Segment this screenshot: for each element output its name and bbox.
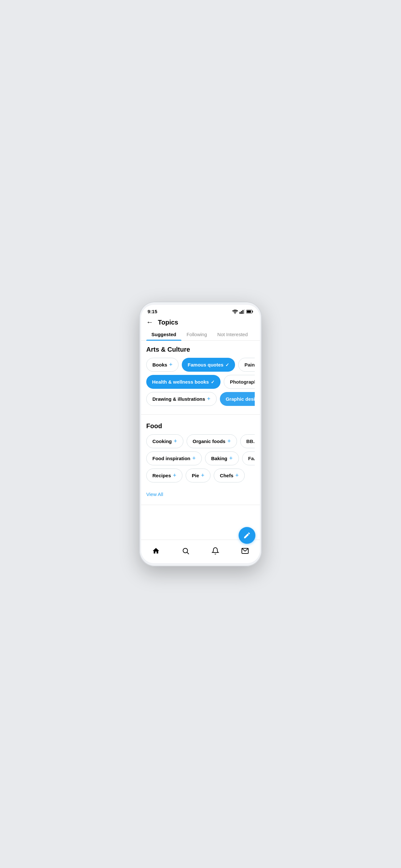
battery-icon: [246, 310, 253, 314]
tag-drawing-illustrations[interactable]: Drawing & illustrations +: [146, 392, 217, 406]
compose-icon: [243, 531, 251, 539]
bottom-nav: [141, 539, 260, 563]
tabs-bar: Suggested Following Not Interested: [141, 328, 260, 341]
tag-bbq[interactable]: BB... +: [240, 434, 255, 448]
tag-chefs[interactable]: Chefs +: [214, 469, 245, 483]
tag-books[interactable]: Books +: [146, 358, 179, 372]
svg-rect-6: [247, 310, 251, 313]
svg-rect-0: [240, 312, 241, 314]
nav-notifications[interactable]: [208, 544, 222, 558]
chefs-plus-icon: +: [235, 472, 239, 479]
phone-screen: 9:15: [141, 305, 260, 563]
cooking-plus-icon: +: [174, 438, 177, 445]
tag-pie[interactable]: Pie +: [186, 469, 211, 483]
famous-quotes-check-icon: ✓: [225, 362, 229, 368]
food-row-1: Cooking + Organic foods + BB... +: [146, 434, 255, 448]
nav-search[interactable]: [179, 544, 193, 558]
signal-icon: [240, 309, 245, 314]
tag-baking[interactable]: Baking +: [205, 452, 239, 465]
tab-not-interested[interactable]: Not Interested: [212, 328, 253, 340]
search-icon: [182, 547, 189, 555]
page-title: Topics: [158, 319, 178, 326]
organic-plus-icon: +: [227, 438, 231, 445]
food-row-2: Food inspiration + Baking + Fa... +: [146, 452, 255, 465]
home-icon: [152, 547, 160, 555]
mail-icon: [241, 547, 249, 555]
section-title-arts: Arts & Culture: [146, 346, 255, 353]
nav-home[interactable]: [149, 544, 163, 558]
divider-2: [141, 505, 260, 505]
svg-point-7: [183, 548, 188, 553]
tag-photography[interactable]: Photography +: [224, 375, 255, 389]
svg-rect-2: [243, 310, 243, 314]
svg-rect-1: [241, 311, 242, 314]
food-row-3: Recipes + Pie + Chefs +: [146, 469, 255, 483]
drawing-plus-icon: +: [207, 396, 211, 402]
pie-plus-icon: +: [201, 472, 205, 479]
tab-suggested[interactable]: Suggested: [146, 328, 181, 340]
recipes-plus-icon: +: [173, 472, 177, 479]
arts-row-2: Health & wellness books ✓ Photography +: [146, 375, 255, 389]
compose-fab[interactable]: [239, 527, 255, 544]
tag-painting[interactable]: Pain... +: [238, 358, 255, 372]
arts-row-1: Books + Famous quotes ✓ Pain... +: [146, 358, 255, 372]
header: ← Topics: [141, 315, 260, 328]
phone-frame: 9:15: [139, 302, 262, 566]
section-food: Food Cooking + Organic foods + BB... +: [141, 417, 260, 488]
arts-row-3: Drawing & illustrations + Graphic desig.…: [146, 392, 255, 406]
nav-messages[interactable]: [238, 544, 252, 558]
wifi-icon: [232, 309, 238, 314]
health-wellness-check-icon: ✓: [211, 379, 215, 384]
status-bar: 9:15: [141, 305, 260, 315]
bell-icon: [212, 547, 219, 555]
status-time: 9:15: [148, 309, 157, 314]
baking-plus-icon: +: [229, 455, 233, 462]
svg-line-8: [187, 553, 189, 554]
tab-following[interactable]: Following: [181, 328, 212, 340]
back-button[interactable]: ←: [146, 318, 153, 327]
books-plus-icon: +: [169, 361, 173, 368]
tag-graphic-design[interactable]: Graphic desig... ✓: [220, 392, 255, 406]
content-area: Arts & Culture Books + Famous quotes ✓ P…: [141, 341, 260, 539]
view-all-food[interactable]: View All: [141, 488, 260, 502]
tag-health-wellness-books[interactable]: Health & wellness books ✓: [146, 375, 220, 389]
svg-rect-5: [252, 311, 253, 312]
tag-famous-quotes[interactable]: Famous quotes ✓: [182, 358, 235, 372]
tag-organic-foods[interactable]: Organic foods +: [187, 434, 237, 448]
status-icons: [232, 309, 253, 314]
food-inspiration-plus-icon: +: [192, 455, 196, 462]
tag-fa[interactable]: Fa... +: [242, 452, 255, 465]
section-title-food: Food: [146, 423, 255, 430]
svg-rect-3: [244, 309, 245, 314]
tag-food-inspiration[interactable]: Food inspiration +: [146, 452, 202, 465]
section-arts-culture: Arts & Culture Books + Famous quotes ✓ P…: [141, 341, 260, 412]
tag-cooking[interactable]: Cooking +: [146, 434, 183, 448]
tag-recipes[interactable]: Recipes +: [146, 469, 182, 483]
